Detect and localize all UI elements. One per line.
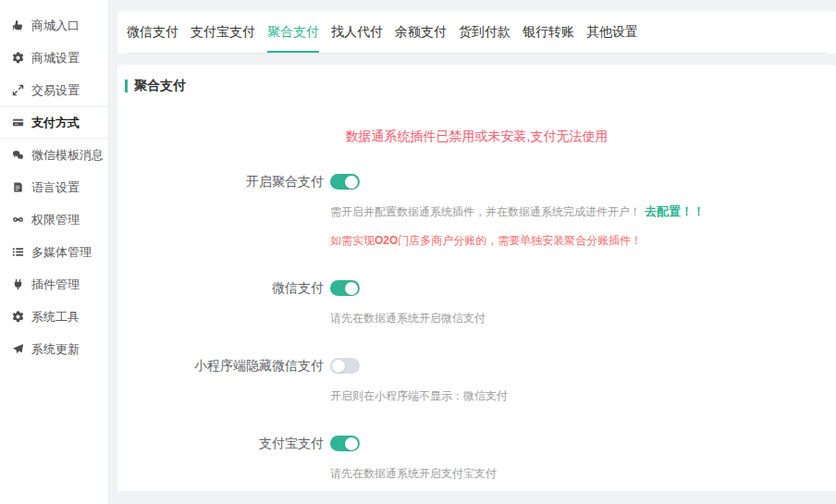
sidebar-item-mall-entry[interactable]: 商城入口 xyxy=(0,9,108,42)
section-title-text: 聚合支付 xyxy=(134,78,186,94)
gear-icon xyxy=(11,52,24,65)
sidebar-item-wechat-template-msg[interactable]: 微信模板消息 xyxy=(0,139,108,171)
tab-balance-pay[interactable]: 余额支付 xyxy=(395,11,447,53)
toggle-knob xyxy=(345,282,358,295)
list-icon xyxy=(11,246,24,259)
sidebar-item-label: 语言设置 xyxy=(31,179,80,196)
helper-text: 开启则在小程序端不显示：微信支付 xyxy=(330,388,836,403)
payment-tabs: 微信支付 支付宝支付 聚合支付 找人代付 余额支付 货到付款 银行转账 其他设置 xyxy=(127,11,827,54)
paper-plane-icon xyxy=(11,343,24,356)
sidebar-item-label: 系统更新 xyxy=(31,341,80,358)
sidebar-item-label: 商城设置 xyxy=(31,50,80,67)
tools-gear-icon xyxy=(11,311,24,324)
section-accent-bar xyxy=(125,80,128,92)
row-label: 微信支付 xyxy=(117,280,324,326)
credit-card-icon xyxy=(11,117,24,129)
tab-pay-for-me[interactable]: 找人代付 xyxy=(331,11,383,53)
sidebar-item-payment-methods[interactable]: 支付方式 xyxy=(0,106,108,139)
toggle-knob xyxy=(345,437,358,450)
sidebar-item-label: 支付方式 xyxy=(31,115,80,131)
sidebar-item-system-tools[interactable]: 系统工具 xyxy=(0,301,108,333)
alipay-toggle[interactable] xyxy=(330,436,360,451)
toggle-knob xyxy=(332,360,345,373)
sidebar-item-permissions[interactable]: 权限管理 xyxy=(0,203,108,236)
plug-icon xyxy=(11,278,24,291)
tab-other-settings[interactable]: 其他设置 xyxy=(586,11,638,53)
helper-text: 请先在数据通系统开启支付宝支付 xyxy=(330,466,836,481)
helper-red-text: 如需实现O2O门店多商户分账的，需要单独安装聚合分账插件！ xyxy=(330,233,836,248)
sidebar-item-system-update[interactable]: 系统更新 xyxy=(0,333,108,365)
sidebar-item-label: 系统工具 xyxy=(31,309,80,326)
sidebar-item-label: 多媒体管理 xyxy=(31,244,92,261)
hide-wechat-pay-toggle[interactable] xyxy=(330,358,360,374)
tab-alipay[interactable]: 支付宝支付 xyxy=(191,11,255,53)
payment-tabs-card: 微信支付 支付宝支付 聚合支付 找人代付 余额支付 货到付款 银行转账 其他设置 xyxy=(117,11,836,54)
sidebar: 商城入口 商城设置 交易设置 支付方式 微信模板消息 语言设置 权限管理 xyxy=(0,0,109,504)
sidebar-item-label: 权限管理 xyxy=(31,212,80,228)
tab-bank-transfer[interactable]: 银行转账 xyxy=(522,11,574,53)
form-row-enable-aggregate-pay: 开启聚合支付 需开启并配置数据通系统插件，并在数据通系统完成进件开户！去配置！！… xyxy=(117,174,836,248)
aggregate-pay-panel: 聚合支付 数据通系统插件已禁用或未安装,支付无法使用 开启聚合支付 需开启并配置… xyxy=(117,65,836,491)
sidebar-item-plugins[interactable]: 插件管理 xyxy=(0,268,108,301)
settings-form: 开启聚合支付 需开启并配置数据通系统插件，并在数据通系统完成进件开户！去配置！！… xyxy=(117,174,836,481)
row-label: 小程序端隐藏微信支付 xyxy=(117,358,324,403)
storefront-entry-icon xyxy=(11,19,24,32)
sidebar-item-language-settings[interactable]: 语言设置 xyxy=(0,171,108,203)
enable-aggregate-pay-toggle[interactable] xyxy=(330,174,360,190)
plugin-disabled-warning: 数据通系统插件已禁用或未安装,支付无法使用 xyxy=(117,129,836,145)
row-label: 开启聚合支付 xyxy=(117,174,324,248)
goggles-icon xyxy=(11,214,24,227)
helper-text: 请先在数据通系统开启微信支付 xyxy=(330,311,836,326)
tab-wechat-pay[interactable]: 微信支付 xyxy=(127,11,178,53)
toggle-knob xyxy=(345,176,358,189)
sidebar-item-label: 商城入口 xyxy=(31,18,80,34)
wechat-bubbles-icon xyxy=(11,149,24,162)
form-row-wechat-pay: 微信支付 请先在数据通系统开启微信支付 xyxy=(117,280,836,326)
sidebar-item-label: 交易设置 xyxy=(31,82,80,99)
form-row-alipay: 支付宝支付 请先在数据通系统开启支付宝支付 xyxy=(117,436,836,481)
sidebar-item-label: 微信模板消息 xyxy=(31,147,104,164)
tab-cash-on-delivery[interactable]: 货到付款 xyxy=(459,11,510,53)
sidebar-item-multimedia[interactable]: 多媒体管理 xyxy=(0,236,108,268)
content-area: 微信支付 支付宝支付 聚合支付 找人代付 余额支付 货到付款 银行转账 其他设置… xyxy=(117,0,836,504)
row-label: 支付宝支付 xyxy=(117,436,324,481)
sidebar-item-mall-settings[interactable]: 商城设置 xyxy=(0,42,108,74)
language-book-icon xyxy=(11,181,24,194)
exchange-arrows-icon xyxy=(11,84,24,97)
sidebar-item-trade-settings[interactable]: 交易设置 xyxy=(0,74,108,106)
wechat-pay-toggle[interactable] xyxy=(330,280,360,296)
section-header: 聚合支付 xyxy=(117,65,836,94)
form-row-hide-wechat-pay-miniprogram: 小程序端隐藏微信支付 开启则在小程序端不显示：微信支付 xyxy=(117,358,836,403)
tab-aggregate-pay[interactable]: 聚合支付 xyxy=(267,11,319,53)
sidebar-item-label: 插件管理 xyxy=(31,277,80,293)
helper-text: 需开启并配置数据通系统插件，并在数据通系统完成进件开户！去配置！！ xyxy=(330,204,836,219)
go-configure-link[interactable]: 去配置！！ xyxy=(645,204,705,218)
